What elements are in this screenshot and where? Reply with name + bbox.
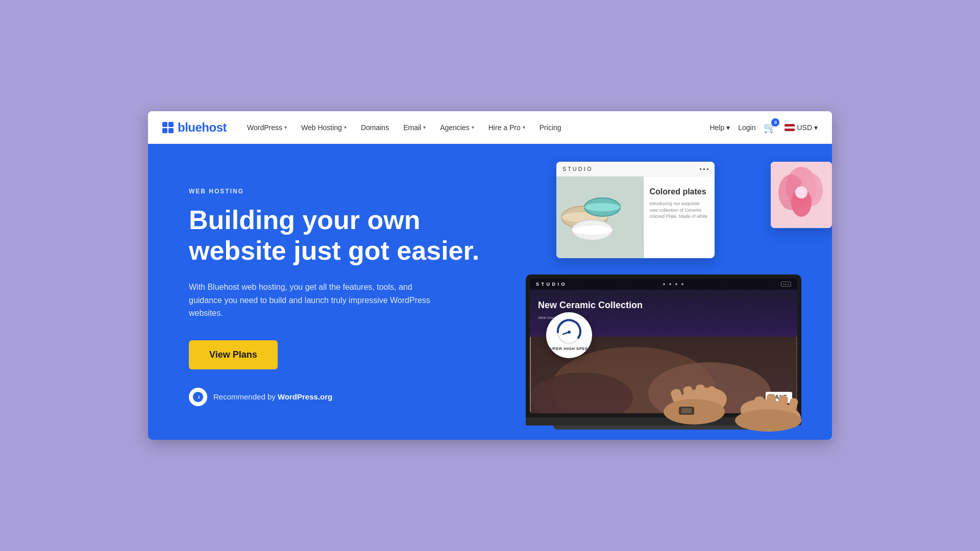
hero-illustration: S T U D I O — [536, 154, 832, 430]
svg-point-5 — [584, 203, 620, 211]
wordpress-recommend-text: Recommended by WordPress.org — [213, 392, 332, 401]
svg-point-13 — [795, 186, 807, 198]
svg-point-7 — [572, 226, 612, 235]
laptop-nav: S T U D I O — [530, 279, 797, 290]
card-desc: Introducing our exquisite new collection… — [650, 201, 709, 220]
hero-right: S T U D I O — [524, 144, 832, 440]
logo-area[interactable]: bluehost — [162, 120, 227, 135]
studio-card: S T U D I O — [556, 162, 715, 258]
card-content: Colored plates Introducing our exquisite… — [556, 177, 715, 258]
currency-selector[interactable]: USD ▾ — [785, 123, 818, 132]
login-button[interactable]: Login — [738, 123, 755, 132]
chevron-down-icon: ▾ — [423, 124, 426, 130]
svg-point-34 — [735, 409, 801, 432]
cart-badge: 0 — [771, 118, 779, 127]
laptop-nav-items — [663, 283, 683, 285]
cart-button[interactable]: 🛒 0 — [764, 121, 776, 134]
hero-description: With Bluehost web hosting, you get all t… — [189, 281, 444, 320]
wordpress-recommend: Recommended by WordPress.org — [189, 388, 494, 406]
chevron-down-icon: ▾ — [284, 124, 287, 130]
flower-card — [771, 162, 832, 228]
speed-gauge-icon — [556, 319, 582, 345]
svg-rect-28 — [681, 408, 692, 413]
chevron-down-icon: ▾ — [814, 123, 818, 132]
hero-eyebrow: WEB HOSTING — [189, 188, 494, 195]
chevron-down-icon: ▾ — [523, 124, 525, 130]
card-title: Colored plates — [650, 187, 709, 196]
hero-section: WEB HOSTING Building your own website ju… — [148, 144, 832, 440]
card-image — [556, 177, 644, 258]
flag-icon — [785, 124, 795, 131]
card-text: Colored plates Introducing our exquisite… — [644, 177, 715, 258]
nav-domains[interactable]: Domains — [355, 119, 395, 136]
card-nav: S T U D I O — [556, 162, 715, 177]
hands-illustration — [653, 322, 817, 435]
nav-hire-pro[interactable]: Hire a Pro ▾ — [482, 119, 531, 136]
logo-grid-icon — [162, 122, 174, 133]
nav-web-hosting[interactable]: Web Hosting ▾ — [295, 119, 353, 136]
nav-agencies[interactable]: Agencies ▾ — [434, 119, 480, 136]
laptop-hero-heading: New Ceramic Collection — [538, 300, 789, 311]
nav-items: WordPress ▾ Web Hosting ▾ Domains Email … — [241, 119, 709, 136]
hero-title: Building your own website just got easie… — [189, 205, 494, 266]
nav-pricing[interactable]: Pricing — [533, 119, 568, 136]
help-nav[interactable]: Help ▾ — [709, 123, 730, 132]
nav-wordpress[interactable]: WordPress ▾ — [241, 119, 293, 136]
hero-left: WEB HOSTING Building your own website ju… — [148, 144, 524, 440]
view-plans-button[interactable]: View Plans — [189, 340, 278, 369]
chevron-down-icon: ▾ — [472, 124, 474, 130]
chevron-down-icon: ▾ — [726, 123, 730, 132]
browser-window: bluehost WordPress ▾ Web Hosting ▾ Domai… — [148, 111, 832, 440]
nav-right: Help ▾ Login 🛒 0 USD ▾ — [709, 121, 818, 134]
speed-text: SUPER HIGH speed — [547, 346, 591, 352]
flower-image — [771, 162, 832, 228]
nav-email[interactable]: Email ▾ — [397, 119, 432, 136]
navbar: bluehost WordPress ▾ Web Hosting ▾ Domai… — [148, 111, 832, 144]
chevron-down-icon: ▾ — [344, 124, 347, 130]
logo-text: bluehost — [178, 120, 227, 135]
mockup-container: S T U D I O — [536, 154, 832, 430]
studio-logo: S T U D I O — [562, 166, 591, 172]
wordpress-logo-icon — [189, 388, 207, 406]
laptop-logo: S T U D I O — [536, 282, 566, 287]
speed-badge: SUPER HIGH speed — [546, 312, 592, 358]
